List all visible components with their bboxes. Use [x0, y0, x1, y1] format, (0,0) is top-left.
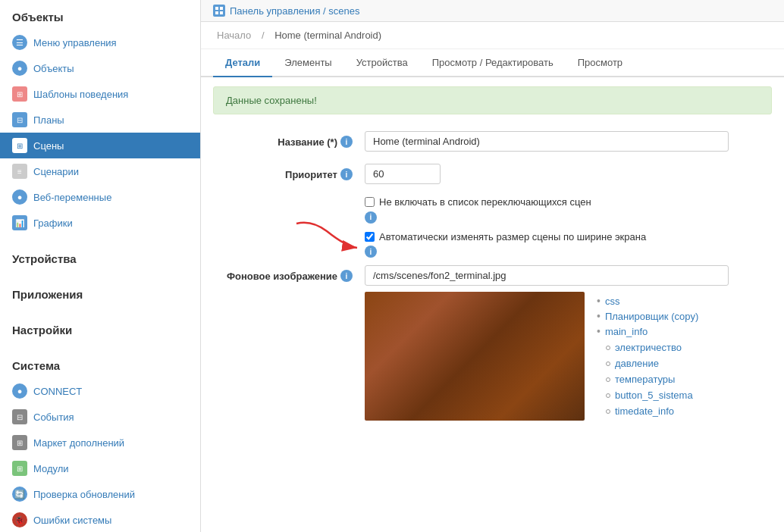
- checkbox1-area: Не включать в список переключающихся сце…: [365, 196, 772, 224]
- main-content: Панель управления / scenes Начало / Home…: [201, 0, 784, 532]
- name-info-icon[interactable]: i: [340, 136, 353, 148]
- sidebar-item-behaviors[interactable]: ⊞ Шаблоны поведения: [0, 81, 200, 107]
- svg-rect-3: [215, 11, 218, 14]
- sidebar-item-market[interactable]: ⊞ Маркет дополнений: [0, 430, 200, 455]
- topbar-path: Панель управления / scenes: [230, 5, 359, 17]
- sidebar-item-objects[interactable]: ● Объекты: [0, 55, 200, 81]
- sidebar-item-charts[interactable]: 📊 Графики: [0, 210, 200, 236]
- priority-row: Приоритет i: [213, 164, 772, 184]
- plans-icon: ⊟: [12, 112, 27, 127]
- updates-icon: 🔄: [12, 487, 27, 502]
- svg-rect-2: [220, 7, 223, 10]
- sidebar-item-errors[interactable]: 🐞 Ошибки системы: [0, 507, 200, 532]
- alert-success: Данные сохранены!: [213, 86, 772, 114]
- name-row: Название (*) i: [213, 131, 772, 152]
- sidebar-label-behaviors: Шаблоны поведения: [33, 89, 128, 100]
- sub-bullet-0: [606, 346, 610, 350]
- bg-image-content: • css • Планировщик (copy) • main_info: [365, 265, 772, 421]
- sidebar-item-updates[interactable]: 🔄 Проверка обновлений: [0, 481, 200, 507]
- info-row-1: i: [365, 211, 772, 224]
- checkbox2-area: Автоматически изменять размер сцены по ш…: [365, 231, 772, 258]
- bg-thumbnail: [365, 292, 585, 421]
- market-icon: ⊞: [12, 435, 27, 450]
- tab-details[interactable]: Детали: [213, 49, 272, 77]
- sub-bullet-1: [606, 361, 610, 366]
- tab-preview-edit[interactable]: Просмотр / Редактировать: [420, 49, 566, 77]
- tabs: Детали Элементы Устройства Просмотр / Ре…: [201, 49, 784, 77]
- bg-sublink-0[interactable]: электричество: [597, 342, 698, 353]
- sidebar-item-webvar[interactable]: ● Веб-переменные: [0, 184, 200, 210]
- sidebar: Объекты ☰ Меню управления ● Объекты ⊞ Ша…: [0, 0, 201, 532]
- sidebar-item-scenarios[interactable]: ≡ Сценарии: [0, 158, 200, 184]
- bg-image-label: Фоновое изображение i: [213, 265, 365, 282]
- section-apps-title: Приложения: [0, 277, 200, 307]
- priority-input[interactable]: [365, 164, 441, 184]
- bullet-planner: •: [597, 310, 601, 322]
- svg-rect-4: [220, 11, 223, 14]
- tab-devices[interactable]: Устройства: [344, 49, 420, 77]
- checkbox2-info-icon[interactable]: i: [365, 246, 377, 258]
- checkbox1-info-icon[interactable]: i: [365, 211, 377, 224]
- scenarios-icon: ≡: [12, 164, 27, 179]
- bullet-css: •: [597, 295, 601, 307]
- bg-sublink-1[interactable]: давление: [597, 358, 698, 369]
- arrow-decoration: [281, 216, 372, 264]
- sidebar-item-modules[interactable]: ⊞ Модули: [0, 455, 200, 481]
- breadcrumb: Начало / Home (terminal Android): [201, 22, 784, 49]
- behavior-icon: ⊞: [12, 86, 27, 102]
- sidebar-item-plans[interactable]: ⊟ Планы: [0, 107, 200, 133]
- checkbox2-label: Автоматически изменять размер сцены по ш…: [379, 231, 646, 243]
- bg-links: • css • Планировщик (copy) • main_info: [597, 292, 698, 417]
- sidebar-label-webvar: Веб-переменные: [33, 192, 111, 203]
- info-row-2: i: [365, 246, 772, 258]
- sidebar-label-connect: CONNECT: [33, 386, 82, 397]
- tab-elements[interactable]: Элементы: [272, 49, 343, 77]
- checkbox2-row: Автоматически изменять размер сцены по ш…: [365, 231, 772, 243]
- errors-icon: 🐞: [12, 512, 27, 527]
- bg-link-planner[interactable]: • Планировщик (copy): [597, 310, 698, 322]
- alert-message: Данные сохранены!: [226, 95, 317, 106]
- bg-sublink-2[interactable]: температуры: [597, 374, 698, 385]
- bg-link-main-info[interactable]: • main_info: [597, 325, 698, 337]
- globe-icon: ●: [12, 61, 27, 76]
- sidebar-label-scenes: Сцены: [33, 140, 64, 152]
- checkbox2-input[interactable]: [365, 232, 375, 242]
- section-objects-title: Объекты: [0, 0, 200, 30]
- svg-rect-1: [215, 7, 218, 10]
- sidebar-label-events: События: [33, 412, 74, 423]
- checkbox1-label: Не включать в список переключающихся сце…: [379, 196, 591, 208]
- bg-path-input[interactable]: [365, 265, 729, 286]
- bg-image-row: Фоновое изображение i • css • Планировщи…: [213, 265, 772, 421]
- sidebar-item-connect[interactable]: ● CONNECT: [0, 378, 200, 404]
- sub-bullet-2: [606, 377, 610, 382]
- priority-label: Приоритет i: [213, 164, 365, 180]
- checkbox1-input[interactable]: [365, 197, 375, 207]
- sub-bullet-3: [606, 393, 610, 398]
- bg-link-css[interactable]: • css: [597, 295, 698, 307]
- priority-info-icon[interactable]: i: [340, 168, 353, 180]
- sidebar-label-plans: Планы: [33, 114, 64, 126]
- breadcrumb-current: Home (terminal Android): [274, 30, 381, 41]
- name-input[interactable]: [365, 131, 729, 152]
- section-settings-title: Настройки: [0, 313, 200, 343]
- sidebar-label-modules: Модули: [33, 463, 69, 474]
- menu-icon: ☰: [12, 35, 27, 50]
- form-area: Название (*) i Приоритет i Не включать в…: [201, 124, 784, 532]
- top-bar: Панель управления / scenes: [201, 0, 784, 22]
- breadcrumb-home[interactable]: Начало: [217, 30, 251, 41]
- name-label: Название (*) i: [213, 131, 365, 148]
- sidebar-label-scenarios: Сценарии: [33, 166, 79, 177]
- sidebar-label-errors: Ошибки системы: [33, 515, 111, 526]
- events-icon: ⊟: [12, 409, 27, 424]
- sidebar-item-menu[interactable]: ☰ Меню управления: [0, 30, 200, 55]
- bg-info-icon[interactable]: i: [340, 270, 353, 282]
- sidebar-label-charts: Графики: [33, 217, 73, 229]
- sidebar-item-scenes[interactable]: ⊞ Сцены: [0, 133, 200, 158]
- bg-sublink-3[interactable]: button_5_sistema: [597, 390, 698, 401]
- section-devices-title: Устройства: [0, 242, 200, 271]
- sub-bullet-4: [606, 409, 610, 414]
- sidebar-item-events[interactable]: ⊟ События: [0, 404, 200, 430]
- bg-sublink-4[interactable]: timedate_info: [597, 405, 698, 417]
- tab-preview[interactable]: Просмотр: [566, 49, 635, 77]
- bg-bottom: • css • Планировщик (copy) • main_info: [365, 292, 772, 421]
